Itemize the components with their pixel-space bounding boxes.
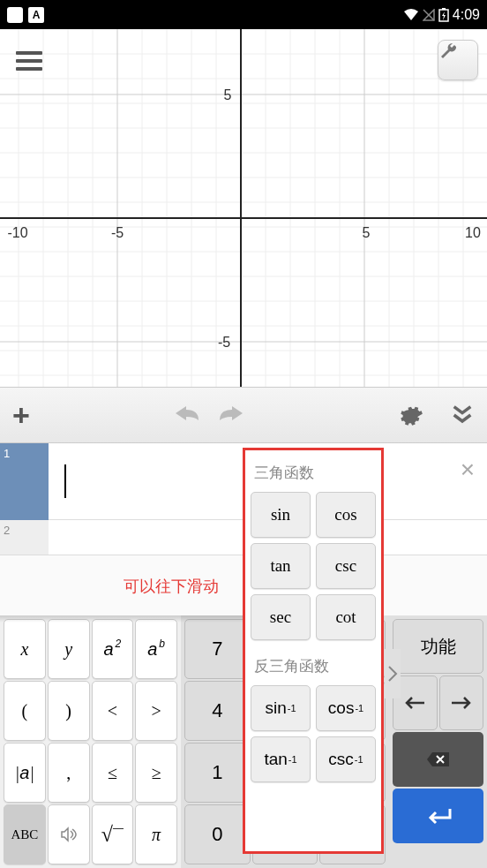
key-backspace[interactable] bbox=[393, 732, 483, 787]
fn-atan[interactable]: tan-1 bbox=[251, 736, 311, 782]
key-1[interactable]: 1 bbox=[184, 743, 251, 803]
key-comma[interactable]: , bbox=[48, 743, 90, 803]
key-abc[interactable]: ABC bbox=[4, 804, 46, 864]
ime-indicator: A bbox=[28, 7, 44, 23]
key-enter[interactable] bbox=[393, 789, 483, 843]
fn-cos[interactable]: cos bbox=[316, 492, 376, 538]
key-gt[interactable]: > bbox=[135, 681, 177, 741]
key-abs[interactable]: |a| bbox=[4, 743, 46, 803]
app-icon bbox=[7, 7, 23, 23]
key-a-squared[interactable]: a2 bbox=[92, 619, 134, 679]
key-pi[interactable]: π bbox=[135, 804, 177, 864]
settings-wrench-button[interactable] bbox=[438, 40, 478, 80]
android-statusbar: A 4:09 bbox=[0, 0, 487, 29]
collapse-chevron-icon[interactable] bbox=[450, 403, 475, 427]
key-rparen[interactable]: ) bbox=[48, 681, 90, 741]
signal-icon bbox=[423, 9, 435, 21]
expression-index: 2 bbox=[0, 520, 49, 555]
arrow-right-icon bbox=[450, 696, 473, 710]
functions-popup: 三角函数 sin cos tan csc sec cot 反三角函数 sin-1… bbox=[243, 448, 384, 854]
key-lparen[interactable]: ( bbox=[4, 681, 46, 741]
undo-button[interactable] bbox=[174, 404, 204, 426]
key-le[interactable]: ≤ bbox=[92, 743, 134, 803]
key-ge[interactable]: ≥ bbox=[135, 743, 177, 803]
wifi-icon bbox=[403, 9, 419, 21]
key-x[interactable]: x bbox=[4, 619, 46, 679]
fn-acsc[interactable]: csc-1 bbox=[316, 736, 376, 782]
clock: 4:09 bbox=[453, 7, 480, 23]
svg-rect-2 bbox=[442, 8, 446, 10]
svg-text:5: 5 bbox=[363, 225, 371, 240]
fn-csc[interactable]: csc bbox=[316, 543, 376, 589]
key-0[interactable]: 0 bbox=[184, 804, 251, 864]
key-a-power-b[interactable]: ab bbox=[135, 619, 177, 679]
svg-text:-5: -5 bbox=[111, 225, 124, 240]
key-7[interactable]: 7 bbox=[184, 619, 251, 679]
graph-canvas[interactable]: -10 -5 5 10 5 -5 bbox=[0, 29, 487, 387]
fn-sin[interactable]: sin bbox=[251, 492, 311, 538]
key-y[interactable]: y bbox=[48, 619, 90, 679]
arrow-left-icon bbox=[403, 696, 426, 710]
keyboard-expand-chevron[interactable] bbox=[385, 649, 401, 698]
expression-index: 1 bbox=[0, 443, 49, 520]
chevron-right-icon bbox=[387, 665, 398, 683]
menu-button[interactable] bbox=[16, 47, 42, 75]
enter-icon bbox=[423, 807, 453, 825]
speaker-icon bbox=[60, 826, 78, 842]
popup-section-title: 三角函数 bbox=[254, 463, 376, 483]
fn-sec[interactable]: sec bbox=[251, 594, 311, 640]
svg-text:5: 5 bbox=[224, 87, 232, 102]
scroll-hint-text: 可以往下滑动 bbox=[124, 576, 219, 597]
add-expression-button[interactable]: + bbox=[12, 398, 30, 433]
popup-section-title: 反三角函数 bbox=[254, 656, 376, 676]
svg-text:-10: -10 bbox=[7, 225, 27, 240]
key-4[interactable]: 4 bbox=[184, 681, 251, 741]
key-functions[interactable]: 功能 bbox=[393, 619, 483, 674]
key-cursor-right[interactable] bbox=[439, 676, 484, 730]
key-lt[interactable]: < bbox=[92, 681, 134, 741]
gear-icon[interactable] bbox=[399, 403, 423, 427]
key-sqrt[interactable]: √ bbox=[92, 804, 134, 864]
expression-toolbar: + bbox=[0, 387, 487, 443]
backspace-icon bbox=[425, 750, 452, 769]
svg-text:-5: -5 bbox=[218, 335, 230, 350]
key-speaker[interactable] bbox=[48, 804, 90, 864]
redo-button[interactable] bbox=[214, 404, 244, 426]
fn-cot[interactable]: cot bbox=[316, 594, 376, 640]
fn-asin[interactable]: sin-1 bbox=[251, 685, 311, 731]
close-icon[interactable]: × bbox=[461, 456, 475, 484]
fn-tan[interactable]: tan bbox=[251, 543, 311, 589]
wrench-icon bbox=[438, 41, 460, 62]
svg-text:10: 10 bbox=[465, 225, 481, 240]
battery-charging-icon bbox=[438, 8, 449, 22]
keyboard-shadow bbox=[0, 615, 243, 623]
fn-acos[interactable]: cos-1 bbox=[316, 685, 376, 731]
